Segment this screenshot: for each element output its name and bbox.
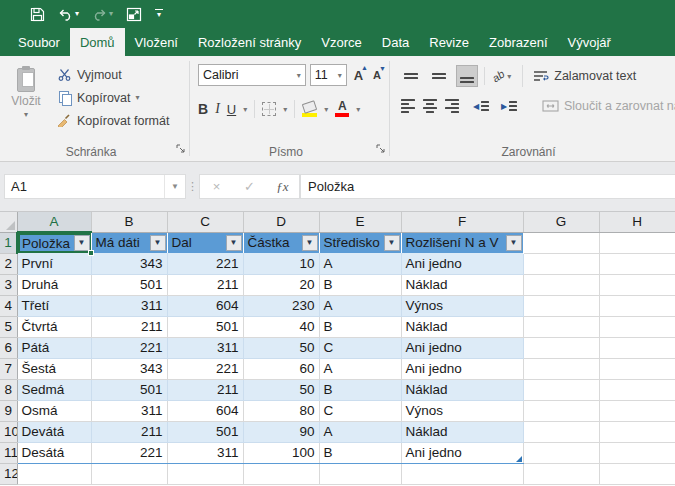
cell-G2[interactable] [523,253,599,274]
merge-center-button[interactable]: Sloučit a zarovnat na s [542,99,675,113]
row-header-12[interactable]: 12 [0,463,17,484]
column-header-F[interactable]: F [401,212,523,232]
column-header-D[interactable]: D [243,212,319,232]
cell-E8[interactable]: B [319,379,401,400]
cell-D12[interactable] [243,463,319,484]
row-header-1[interactable]: 1 [0,232,17,253]
cell-F1[interactable]: Rozlišení N a V▼ [401,232,523,253]
tab-data[interactable]: Data [372,28,419,56]
align-left-button[interactable] [400,95,416,117]
align-center-button[interactable] [422,95,438,117]
cell-E1[interactable]: Středisko▼ [319,232,401,253]
cell-F10[interactable]: Náklad [401,421,523,442]
cell-A8[interactable]: Sedmá [17,379,91,400]
cell-B9[interactable]: 311 [91,400,167,421]
cell-B2[interactable]: 343 [91,253,167,274]
paste-dropdown-caret[interactable]: ▾ [24,110,28,119]
cell-A9[interactable]: Osmá [17,400,91,421]
cell-A5[interactable]: Čtvrtá [17,316,91,337]
row-header-5[interactable]: 5 [0,316,17,337]
cell-E3[interactable]: B [319,274,401,295]
cell-D10[interactable]: 90 [243,421,319,442]
cell-F6[interactable]: Ani jedno [401,337,523,358]
cell-C2[interactable]: 221 [167,253,243,274]
cell-G12[interactable] [523,463,599,484]
cell-E4[interactable]: A [319,295,401,316]
cell-E9[interactable]: C [319,400,401,421]
row-header-2[interactable]: 2 [0,253,17,274]
cell-E5[interactable]: B [319,316,401,337]
italic-button[interactable]: I [215,101,220,117]
cell-B7[interactable]: 343 [91,358,167,379]
cell-C10[interactable]: 501 [167,421,243,442]
cell-G3[interactable] [523,274,599,295]
column-header-B[interactable]: B [91,212,167,232]
tab-zobrazení[interactable]: Zobrazení [479,28,558,56]
row-header-4[interactable]: 4 [0,295,17,316]
filter-button-F[interactable]: ▼ [506,235,522,251]
select-all-corner[interactable] [0,212,17,232]
row-header-7[interactable]: 7 [0,358,17,379]
cell-A11[interactable]: Desátá [17,442,91,463]
cell-H8[interactable] [599,379,675,400]
cell-A3[interactable]: Druhá [17,274,91,295]
cell-A6[interactable]: Pátá [17,337,91,358]
cell-E6[interactable]: C [319,337,401,358]
cell-G10[interactable] [523,421,599,442]
cell-F4[interactable]: Výnos [401,295,523,316]
tab-file[interactable]: Soubor [8,28,70,56]
cell-F5[interactable]: Náklad [401,316,523,337]
column-header-E[interactable]: E [319,212,401,232]
cell-G1[interactable] [523,232,599,253]
cell-D2[interactable]: 10 [243,253,319,274]
tab-rozložení-stránky[interactable]: Rozložení stránky [188,28,311,56]
fill-handle[interactable] [88,250,94,256]
font-name-combobox[interactable]: Calibri ▾ [198,64,306,86]
cell-D8[interactable]: 50 [243,379,319,400]
copy-dropdown-caret[interactable]: ▾ [136,93,140,102]
cell-H3[interactable] [599,274,675,295]
orientation-button[interactable]: ab ▾ [491,65,512,87]
cell-C4[interactable]: 604 [167,295,243,316]
save-button[interactable] [30,7,45,22]
qat-more-button[interactable]: ▾ [155,9,163,19]
cell-A1[interactable]: Položka▼ [17,232,91,253]
cell-F11[interactable]: Ani jedno [401,442,523,463]
cell-H2[interactable] [599,253,675,274]
cell-D5[interactable]: 40 [243,316,319,337]
column-header-G[interactable]: G [523,212,599,232]
cell-H7[interactable] [599,358,675,379]
borders-dropdown-caret[interactable]: ▾ [283,105,287,114]
table-resize-handle[interactable] [516,456,522,462]
cell-G5[interactable] [523,316,599,337]
cell-B10[interactable]: 211 [91,421,167,442]
borders-icon[interactable] [262,102,276,116]
enter-button[interactable]: ✓ [233,179,266,194]
cell-H1[interactable] [599,232,675,253]
cell-G9[interactable] [523,400,599,421]
cell-C5[interactable]: 501 [167,316,243,337]
font-color-caret[interactable]: ▾ [356,105,360,114]
align-middle-button[interactable] [428,65,450,87]
cell-A2[interactable]: První [17,253,91,274]
cell-G8[interactable] [523,379,599,400]
cell-D4[interactable]: 230 [243,295,319,316]
column-header-A[interactable]: A [17,212,91,232]
cell-A12[interactable] [17,463,91,484]
align-bottom-button[interactable] [456,65,478,87]
cell-C6[interactable]: 311 [167,337,243,358]
row-header-11[interactable]: 11 [0,442,17,463]
cell-H11[interactable] [599,442,675,463]
cell-F7[interactable]: Ani jedno [401,358,523,379]
cell-D6[interactable]: 50 [243,337,319,358]
tab-vložení[interactable]: Vložení [125,28,188,56]
font-dialog-launcher[interactable] [376,139,385,157]
cell-A10[interactable]: Devátá [17,421,91,442]
cell-C1[interactable]: Dal▼ [167,232,243,253]
cell-H4[interactable] [599,295,675,316]
cell-G11[interactable] [523,442,599,463]
cell-D3[interactable]: 20 [243,274,319,295]
font-size-combobox[interactable]: 11 ▾ [310,64,347,86]
clipboard-dialog-launcher[interactable] [176,139,185,157]
row-header-10[interactable]: 10 [0,421,17,442]
